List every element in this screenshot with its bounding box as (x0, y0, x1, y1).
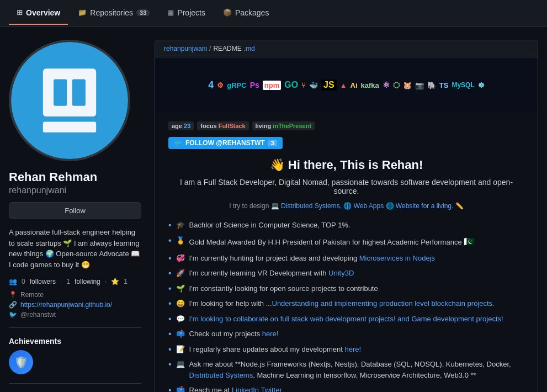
memo-icon: 📝 (176, 344, 185, 355)
location-text: Remote (20, 291, 44, 299)
followers-link[interactable]: followers (30, 278, 56, 285)
bullet-vr: 🚀 I'm currently learning VR Development … (168, 266, 524, 281)
tab-overview[interactable]: ⊞ Overview (9, 2, 68, 25)
svg-rect-3 (72, 79, 86, 105)
user-bio: A passionate full-stack engineer helping… (9, 227, 141, 270)
user-stats: 👥 0 followers · 1 following · ⭐ 1 (9, 278, 141, 285)
tech-gopher-icon: 🐹 (403, 81, 412, 89)
people-icon: 👥 (9, 278, 17, 285)
top-navigation: ⊞ Overview 📁 Repositories 33 ▦ Projects … (0, 0, 547, 27)
bullet-gold-medal: 🥇 Gold Medal Awarded By H.H President of… (168, 233, 524, 251)
distributed-systems-link[interactable]: Distributed Systems, (281, 202, 342, 210)
tech-ps-icon: Ps (250, 81, 259, 89)
following-count: 1 (66, 278, 70, 285)
repositories-badge: 33 (136, 9, 150, 16)
greeting-text: Hi there, This is Rehan! (288, 158, 423, 172)
tab-projects-label: Projects (177, 8, 205, 17)
bullet-collaborate: 💬 I'm looking to collaborate on full sta… (168, 311, 524, 327)
breadcrumb-ext: .md (244, 45, 255, 52)
location-meta: 📍 Remote (9, 291, 141, 299)
tech-js-icon: JS (321, 80, 337, 91)
tab-overview-label: Overview (26, 8, 60, 17)
bullet-microservices: 💞 I'm currently hunting for project idea… (168, 251, 524, 266)
location-icon: 📍 (9, 291, 17, 299)
breadcrumb-file: README (213, 45, 241, 52)
page-layout: Rehan Rehman rehanpunjwani Follow A pass… (0, 27, 547, 392)
twitter-follow-count: 3 (268, 140, 277, 146)
bullet-opensource: 🌱 I'm constantly looking for open source… (168, 281, 524, 296)
tab-packages-label: Packages (235, 8, 269, 17)
twitter-follow-button[interactable]: 🐦 FOLLOW @REHANSTWT 3 (168, 137, 283, 149)
followers-count: 0 (22, 278, 25, 285)
tech-kafka-icon: kafka (361, 81, 379, 89)
achievement-badge: 🛡️ (9, 350, 33, 374)
email-icon: 📫 (176, 385, 185, 392)
website-living-link[interactable]: Website for a living. (396, 202, 454, 210)
main-content: rehanpunjwani / README.md 4 ⚙ gRPC Ps np… (155, 40, 538, 392)
graduation-icon: 🎓 (176, 220, 185, 231)
tech-ai-icon: Ai (350, 81, 358, 89)
avatar (9, 40, 130, 161)
twitter-follow-label: FOLLOW @REHANSTWT (185, 139, 265, 147)
tech-postgres-icon: 🐘 (427, 81, 436, 89)
tab-repositories[interactable]: 📁 Repositories 33 (70, 2, 157, 25)
tech-grpc-icon: gRPC (227, 81, 246, 89)
bullet-updates: 📝 I regularly share updates about my dev… (168, 342, 524, 357)
bullet-reachme: 📫 Reach me at LinkedIn Twitter (168, 383, 524, 392)
unity-link[interactable]: Unity3D (328, 269, 354, 277)
overview-icon: ⊞ (17, 8, 23, 17)
twitter-bird-icon: 🐦 (174, 139, 182, 147)
readme-card: rehanpunjwani / README.md 4 ⚙ gRPC Ps np… (155, 40, 538, 392)
design-tagline: I try to design 💻 Distributed Systems, 🌐… (168, 202, 524, 210)
packages-icon: 📦 (223, 8, 232, 17)
tab-projects[interactable]: ▦ Projects (160, 2, 213, 25)
twitter-icon: 🐦 (9, 311, 17, 319)
smile-icon: 😄 (176, 298, 185, 309)
svg-rect-4 (43, 122, 96, 133)
tech-docker-icon: 🐳 (309, 81, 318, 89)
tech-camera-icon: 📷 (415, 81, 424, 89)
readme-header: rehanpunjwani / README.md (155, 40, 538, 57)
tech-mysql-icon: MySQL (452, 81, 474, 89)
bullet-askme: 💻 Ask me about **Node.js Frameworks (Nex… (168, 357, 524, 383)
info-tags: age 23 focus FullStack living inThePrese… (168, 121, 524, 130)
updates-here-link[interactable]: here! (344, 345, 361, 353)
website-link[interactable]: https://rehanpunjwani.github.io/ (20, 301, 112, 309)
distributed-link[interactable]: Distributed Systems (189, 371, 253, 379)
tech-react-icon: ⚛ (383, 80, 390, 90)
web-apps-link[interactable]: Web Apps (354, 202, 384, 210)
tech-node-icon: ⬡ (393, 81, 400, 89)
tech-k8s-icon: ☸ (478, 81, 485, 89)
heart-icon: 💞 (176, 253, 185, 264)
follow-button[interactable]: Follow (9, 202, 141, 219)
tech-angular-icon: ⚙ (217, 81, 224, 89)
bullet-blockchain: 😄 I'm looking for help with ...Understan… (168, 296, 524, 311)
rocket-icon: 🚀 (176, 268, 185, 279)
link-icon: 🔗 (9, 301, 17, 309)
projects-here-link[interactable]: here! (262, 330, 279, 338)
focus-tag: focus FullStack (197, 121, 248, 130)
mailbox-icon: 📫 (176, 329, 185, 340)
speech-icon: 💬 (176, 314, 185, 325)
tab-packages[interactable]: 📦 Packages (215, 2, 277, 25)
twitter-meta: 🐦 @rehanstwt (9, 311, 141, 319)
shield-icon: 🛡️ (14, 356, 28, 369)
organizations-title: Organizations (9, 383, 141, 392)
website-meta: 🔗 https://rehanpunjwani.github.io/ (9, 301, 141, 309)
tech-go-icon: GO (284, 80, 298, 90)
twitter-link[interactable]: Twitter (261, 386, 282, 392)
tech-banner: 4 ⚙ gRPC Ps npm GO ⑂ 🐳 JS ▲ Ai kafka ⚛ ⬡… (155, 57, 538, 113)
tab-repositories-label: Repositories (90, 8, 133, 17)
svg-rect-2 (54, 79, 67, 105)
user-login: rehanpunjwani (9, 186, 141, 195)
user-fullname: Rehan Rehman (9, 170, 141, 184)
living-tag: living inThePresent (252, 121, 315, 130)
stars-count: 1 (124, 278, 128, 285)
tech-npm-icon: npm (263, 81, 281, 90)
medal-icon: 🥇 (176, 235, 185, 246)
svg-rect-1 (43, 68, 96, 116)
linkedin-link[interactable]: LinkedIn (232, 386, 259, 392)
following-link[interactable]: following (75, 278, 100, 285)
projects-icon: ▦ (167, 8, 174, 17)
breadcrumb-user[interactable]: rehanpunjwani (164, 45, 207, 52)
